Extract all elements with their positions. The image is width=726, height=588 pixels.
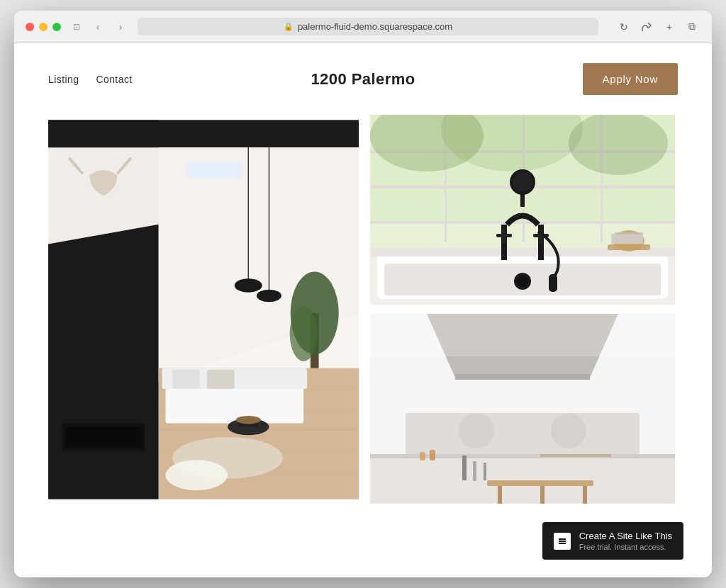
svg-rect-14 bbox=[207, 370, 235, 389]
svg-rect-78 bbox=[540, 454, 611, 457]
kitchen-image bbox=[367, 314, 678, 504]
svg-rect-70 bbox=[370, 454, 675, 458]
minimize-button[interactable] bbox=[39, 23, 48, 31]
svg-point-58 bbox=[513, 172, 532, 192]
svg-point-74 bbox=[551, 413, 586, 448]
gallery bbox=[14, 115, 712, 533]
svg-point-29 bbox=[165, 460, 228, 490]
squarespace-logo-icon bbox=[554, 533, 571, 550]
svg-rect-79 bbox=[498, 484, 502, 504]
site-title: 1200 Palermo bbox=[311, 70, 415, 89]
svg-point-20 bbox=[290, 306, 318, 361]
url-text: palermo-fluid-demo.squarespace.com bbox=[298, 21, 452, 32]
share-button[interactable] bbox=[638, 18, 655, 35]
back-button[interactable]: ‹ bbox=[89, 18, 106, 35]
forward-button[interactable]: › bbox=[112, 18, 129, 35]
svg-rect-86 bbox=[370, 314, 675, 356]
reload-button[interactable]: ↻ bbox=[615, 18, 632, 35]
nav-listing[interactable]: Listing bbox=[48, 74, 79, 85]
bathroom-image bbox=[367, 115, 678, 305]
svg-rect-77 bbox=[484, 463, 486, 480]
traffic-lights bbox=[26, 23, 61, 31]
maximize-button[interactable] bbox=[52, 23, 61, 31]
living-room-image bbox=[48, 115, 359, 504]
site-header: Listing Contact 1200 Palermo Apply Now bbox=[14, 43, 712, 115]
badge-subtitle: Free trial. Instant access. bbox=[579, 543, 672, 551]
svg-rect-63 bbox=[615, 232, 643, 234]
browser-actions: ↻ + ⧉ bbox=[615, 18, 700, 35]
svg-rect-27 bbox=[186, 162, 242, 179]
site-content: Listing Contact 1200 Palermo Apply Now bbox=[14, 43, 712, 577]
svg-point-73 bbox=[459, 413, 494, 448]
lock-icon: 🔒 bbox=[284, 22, 294, 31]
svg-point-49 bbox=[517, 276, 528, 287]
svg-rect-80 bbox=[540, 484, 544, 504]
address-bar[interactable]: 🔒 palermo-fluid-demo.squarespace.com bbox=[138, 18, 598, 35]
svg-rect-76 bbox=[473, 461, 476, 481]
svg-rect-69 bbox=[370, 456, 675, 504]
close-button[interactable] bbox=[26, 23, 34, 31]
browser-controls: ⊡ ‹ › bbox=[69, 18, 129, 35]
svg-rect-53 bbox=[502, 228, 506, 244]
svg-point-17 bbox=[236, 416, 261, 424]
browser-chrome: ⊡ ‹ › 🔒 palermo-fluid-demo.squarespace.c… bbox=[14, 11, 712, 43]
svg-rect-84 bbox=[420, 452, 425, 460]
site-nav: Listing Contact bbox=[48, 74, 133, 85]
window-icon: ⊡ bbox=[69, 20, 84, 34]
svg-rect-59 bbox=[549, 274, 557, 292]
nav-contact[interactable]: Contact bbox=[96, 74, 132, 85]
browser-window: ⊡ ‹ › 🔒 palermo-fluid-demo.squarespace.c… bbox=[14, 11, 712, 577]
svg-rect-72 bbox=[406, 413, 640, 454]
svg-rect-62 bbox=[611, 234, 643, 244]
gallery-left-panel bbox=[48, 115, 359, 504]
squarespace-badge[interactable]: Create A Site Like This Free trial. Inst… bbox=[542, 522, 683, 560]
svg-point-22 bbox=[235, 278, 262, 292]
svg-rect-68 bbox=[455, 374, 590, 380]
svg-rect-13 bbox=[172, 370, 200, 389]
badge-text: Create A Site Like This Free trial. Inst… bbox=[579, 531, 672, 551]
new-tab-button[interactable]: + bbox=[661, 18, 678, 35]
svg-point-24 bbox=[257, 290, 281, 303]
svg-rect-81 bbox=[583, 484, 587, 504]
apply-now-button[interactable]: Apply Now bbox=[583, 63, 678, 95]
svg-rect-26 bbox=[65, 426, 141, 447]
badge-title: Create A Site Like This bbox=[579, 531, 672, 541]
svg-rect-75 bbox=[462, 456, 467, 480]
svg-rect-85 bbox=[430, 450, 435, 460]
more-button[interactable]: ⧉ bbox=[683, 18, 700, 35]
svg-rect-2 bbox=[48, 120, 359, 147]
svg-rect-83 bbox=[530, 480, 593, 486]
